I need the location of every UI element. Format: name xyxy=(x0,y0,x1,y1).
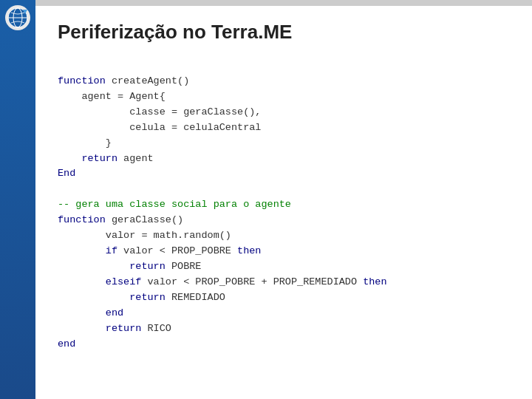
code-end-keyword3: end xyxy=(58,338,75,349)
code-return-keyword1: return xyxy=(81,153,117,164)
code-line15-val: REMEDIADO xyxy=(166,292,225,303)
top-bar xyxy=(35,0,532,6)
code-line6b: agent xyxy=(117,153,154,164)
code-function-keyword: function xyxy=(58,75,106,86)
code-line6 xyxy=(58,153,81,164)
code-then-keyword1: then xyxy=(237,245,261,256)
code-end-keyword2: end xyxy=(106,307,123,318)
code-line15-prefix xyxy=(58,292,129,303)
code-line14-mid: valor < PROP_POBRE + PROP_REMEDIADO xyxy=(141,276,363,287)
code-line17-prefix xyxy=(58,323,106,334)
page-title: Periferização no Terra.ME xyxy=(58,21,510,44)
code-line4: celula = celulaCentral xyxy=(58,122,261,133)
code-line13-prefix xyxy=(58,261,129,272)
logo-icon xyxy=(7,7,29,29)
code-function-keyword2: function xyxy=(58,214,106,225)
code-block: function createAgent() agent = Agent{ cl… xyxy=(58,58,510,367)
code-return-keyword3: return xyxy=(129,292,166,303)
code-line5: } xyxy=(58,137,112,149)
code-line10-rest: geraClasse() xyxy=(106,214,183,225)
left-sidebar-stripe xyxy=(0,0,35,399)
code-line3: classe = geraClasse(), xyxy=(58,106,261,117)
code-line11: valor = math.random() xyxy=(58,230,231,241)
code-line12-prefix xyxy=(58,245,106,256)
logo-circle xyxy=(5,5,30,30)
code-line2: agent = Agent{ xyxy=(58,91,166,102)
code-line17-val: RICO xyxy=(141,323,171,334)
code-line14-prefix xyxy=(58,276,106,287)
code-then-keyword2: then xyxy=(363,276,386,287)
code-line13-val: POBRE xyxy=(166,261,202,272)
code-line1-rest: createAgent() xyxy=(106,75,189,86)
code-line16-prefix xyxy=(58,307,106,318)
code-line12-mid: valor < PROP_POBRE xyxy=(117,245,237,256)
logo-area xyxy=(3,3,33,33)
code-comment-line: -- gera uma classe social para o agente xyxy=(58,199,291,210)
main-content: Periferização no Terra.ME function creat… xyxy=(35,6,532,399)
code-return-keyword4: return xyxy=(106,323,142,334)
code-return-keyword2: return xyxy=(129,261,166,272)
code-end-keyword1: End xyxy=(58,168,75,179)
code-elseif-keyword: elseif xyxy=(106,276,142,287)
code-if-keyword: if xyxy=(106,245,117,256)
